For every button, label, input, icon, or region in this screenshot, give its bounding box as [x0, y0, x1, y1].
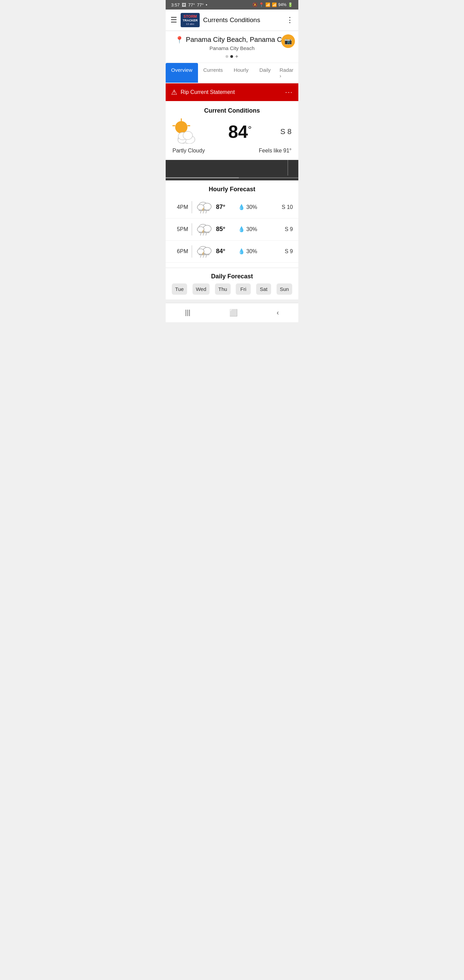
- precip-pct-5pm: 30%: [246, 226, 257, 232]
- hourly-icon-6pm: [195, 245, 213, 258]
- temp-value: 84: [228, 121, 248, 142]
- menu-icon[interactable]: ☰: [170, 16, 177, 24]
- location-section: 📍 Panama City Beach, Panama C… Panama Ci…: [166, 31, 298, 63]
- drop-icon-6pm: 💧: [238, 248, 245, 255]
- nav-recent-apps-button[interactable]: |||: [178, 307, 197, 318]
- location-dots: +: [171, 54, 293, 59]
- svg-line-26: [203, 255, 204, 258]
- battery-icon: 🔋: [288, 2, 293, 7]
- svg-line-10: [203, 211, 204, 213]
- alert-triangle-icon: ⚠: [171, 88, 177, 96]
- hourly-icon-4pm: [195, 200, 213, 214]
- scroll-track: [166, 177, 298, 178]
- status-bar: 3:57 🖼 77° 77° • 🔕 📍 📶 📶 94% 🔋: [166, 0, 298, 10]
- hourly-wind-4pm: S 10: [282, 204, 293, 210]
- svg-line-18: [203, 233, 204, 235]
- nav-bar: ||| ⬜ ‹: [166, 303, 298, 322]
- hourly-forecast-section: Hourly Forecast 4PM 87° 💧 30% S 10: [166, 181, 298, 267]
- storm-cloud-icon-6pm: [196, 245, 212, 258]
- scroll-area[interactable]: [166, 160, 298, 180]
- dot-2[interactable]: [230, 55, 233, 58]
- scroll-thumb: [166, 177, 239, 178]
- nav-home-button[interactable]: ⬜: [222, 307, 245, 319]
- status-temp2: 77°: [197, 2, 204, 8]
- logo-abc: 13 abc: [186, 22, 195, 26]
- hourly-time-6pm: 6PM: [171, 248, 188, 255]
- camera-fab-button[interactable]: 📷: [281, 34, 295, 48]
- location-main: 📍 Panama City Beach, Panama C…: [171, 36, 293, 44]
- alert-more-icon[interactable]: ···: [285, 88, 293, 96]
- status-dot: •: [206, 2, 208, 8]
- location-icon: 📍: [259, 2, 264, 7]
- location-sub-text: Panama City Beach: [171, 45, 293, 51]
- hourly-precip-6pm: 💧 30%: [238, 248, 281, 255]
- signal-icon: 📶: [272, 2, 277, 7]
- tab-currents[interactable]: Currents: [198, 63, 229, 83]
- location-pin-icon: 📍: [175, 36, 184, 44]
- storm-cloud-icon-4pm: [196, 200, 212, 214]
- tab-radar[interactable]: Radar ›: [276, 63, 298, 83]
- overflow-menu-icon[interactable]: ⋮: [286, 16, 294, 24]
- nav-back-button[interactable]: ‹: [270, 307, 286, 318]
- hourly-temp-4pm: 87°: [216, 204, 235, 211]
- hourly-temp-6pm: 84°: [216, 248, 235, 255]
- hourly-precip-5pm: 💧 30%: [238, 226, 281, 232]
- tab-daily[interactable]: Daily: [254, 63, 276, 83]
- hourly-forecast-title: Hourly Forecast: [166, 186, 298, 193]
- day-thu[interactable]: Thu: [215, 283, 230, 295]
- day-fri[interactable]: Fri: [236, 283, 251, 295]
- svg-line-9: [200, 211, 201, 213]
- storm-cloud-icon-5pm: [196, 223, 212, 236]
- tab-hourly[interactable]: Hourly: [228, 63, 254, 83]
- alert-banner[interactable]: ⚠ Rip Current Statement ···: [166, 83, 298, 101]
- svg-point-4: [183, 131, 192, 140]
- hourly-wind-5pm: S 9: [285, 226, 293, 232]
- sun-ray-right: [188, 125, 190, 126]
- sun-ray-left: [172, 125, 175, 126]
- toolbar-title: Currents Conditions: [203, 16, 283, 24]
- precip-pct-6pm: 30%: [246, 248, 257, 255]
- status-temp1: 77°: [188, 2, 195, 8]
- temperature-display: 84 °: [228, 121, 252, 142]
- hourly-time-5pm: 5PM: [171, 226, 188, 232]
- partly-cloudy-icon: [172, 120, 200, 143]
- wifi-icon: 📶: [265, 2, 270, 7]
- svg-point-14: [203, 225, 211, 232]
- status-left: 3:57 🖼 77° 77° •: [171, 2, 207, 8]
- hourly-row-6pm: 6PM 84° 💧 30% S 9: [166, 240, 298, 263]
- battery-pct: 94%: [278, 2, 286, 7]
- svg-line-19: [206, 233, 207, 235]
- daily-days-row: Tue Wed Thu Fri Sat Sun: [166, 283, 298, 295]
- alert-left: ⚠ Rip Current Statement: [171, 88, 235, 96]
- toolbar: ☰ STORM TRACKER 13 abc Currents Conditio…: [166, 10, 298, 31]
- feels-like-label: Feels like 91°: [259, 148, 292, 154]
- day-wed[interactable]: Wed: [192, 283, 210, 295]
- add-location-icon[interactable]: +: [235, 54, 238, 59]
- svg-rect-8: [199, 210, 209, 211]
- daily-forecast-title: Daily Forecast: [166, 273, 298, 280]
- svg-line-27: [206, 255, 207, 258]
- hourly-row-4pm: 4PM 87° 💧 30% S 10: [166, 196, 298, 218]
- day-sun[interactable]: Sun: [276, 283, 292, 295]
- mute-icon: 🔕: [253, 2, 257, 7]
- svg-line-11: [206, 211, 207, 213]
- status-icon-gallery: 🖼: [182, 2, 186, 8]
- precip-pct-4pm: 30%: [246, 204, 257, 210]
- hour-divider-1: [192, 201, 192, 213]
- hour-divider-2: [192, 223, 192, 235]
- hourly-icon-5pm: [195, 223, 213, 236]
- cloud-svg: [176, 130, 197, 143]
- svg-rect-24: [199, 254, 209, 255]
- alert-text: Rip Current Statement: [181, 89, 235, 95]
- hourly-row-5pm: 5PM 85° 💧 30% S 9: [166, 218, 298, 240]
- tab-overview[interactable]: Overview: [166, 63, 198, 83]
- svg-line-17: [200, 233, 201, 235]
- dot-1[interactable]: [226, 55, 228, 58]
- status-right: 🔕 📍 📶 📶 94% 🔋: [253, 2, 293, 7]
- day-tue[interactable]: Tue: [172, 283, 187, 295]
- day-sat[interactable]: Sat: [256, 283, 271, 295]
- svg-rect-16: [199, 232, 209, 233]
- app-logo: STORM TRACKER 13 abc: [181, 13, 200, 27]
- svg-point-22: [203, 247, 211, 254]
- hourly-wind-6pm: S 9: [285, 248, 293, 255]
